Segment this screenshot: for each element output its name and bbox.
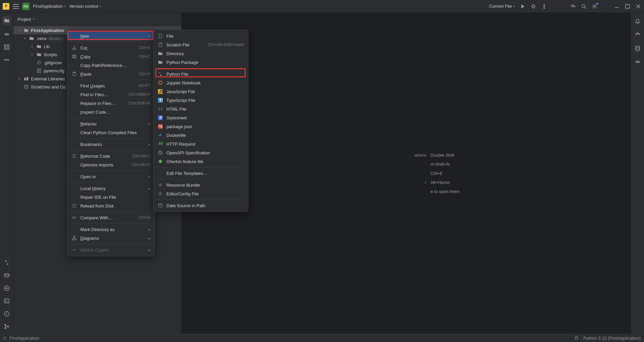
- problems-icon[interactable]: [3, 310, 10, 317]
- ctx-item-copy[interactable]: CopyCtrl+C: [68, 52, 154, 61]
- svg-rect-55: [160, 134, 161, 135]
- ctx-item-refactor[interactable]: Refactor▸: [68, 119, 154, 128]
- main-menu-button[interactable]: [13, 4, 19, 9]
- svg-point-14: [4, 60, 5, 61]
- submenu-item-http-request[interactable]: APIHTTP Request: [154, 140, 248, 148]
- lock-icon[interactable]: [574, 336, 578, 341]
- svg-point-16: [8, 60, 9, 61]
- search-icon[interactable]: [581, 3, 587, 9]
- run-config-dropdown[interactable]: Current File▾: [489, 4, 515, 9]
- submenu-item-gherkin-feature-file[interactable]: Gherkin feature file: [154, 157, 248, 166]
- submenu-item-package-json[interactable]: npmpackage.json: [154, 122, 248, 131]
- ctx-item-new[interactable]: New▸: [68, 32, 154, 40]
- debug-icon[interactable]: [530, 3, 536, 9]
- ctx-item-open-in[interactable]: Open In▸: [68, 172, 154, 181]
- ctx-item-bookmarks[interactable]: Bookmarks▸: [68, 140, 154, 149]
- hint-1-label: where: [353, 153, 427, 158]
- ctx-item-copy-path-reference-[interactable]: Copy Path/Reference…: [68, 61, 154, 70]
- ai-icon[interactable]: [634, 32, 641, 38]
- svg-point-1: [544, 4, 545, 5]
- submenu-item-directory[interactable]: Directory: [154, 49, 248, 58]
- svg-text:TS: TS: [159, 98, 163, 103]
- submenu-item-jupyter-notebook[interactable]: Jupyter Notebook: [154, 78, 248, 87]
- status-interpreter[interactable]: Python 3.12 (FirstApplication): [583, 336, 641, 341]
- vcs-dropdown[interactable]: Version control▾: [69, 4, 101, 9]
- settings-icon[interactable]: [592, 3, 598, 9]
- svg-point-28: [636, 46, 640, 47]
- svg-rect-39: [72, 239, 74, 240]
- submenu-item-python-file[interactable]: Python File: [154, 70, 248, 78]
- submenu-item-javascript-file[interactable]: JSJavaScript File: [154, 87, 248, 96]
- project-tool-icon[interactable]: [2, 16, 11, 25]
- ctx-item-reload-from-disk[interactable]: Reload from Disk: [68, 201, 154, 210]
- tree-root-label: FirstApplication: [31, 28, 64, 33]
- project-dropdown[interactable]: FirstApplication▾: [33, 4, 66, 9]
- copilot-tool-icon[interactable]: [3, 31, 10, 38]
- svg-text:npm: npm: [159, 124, 163, 128]
- notifications-icon[interactable]: [634, 18, 641, 25]
- close-icon[interactable]: [635, 3, 641, 9]
- project-panel-title: Project: [17, 17, 31, 22]
- ctx-item-inspect-code-[interactable]: Inspect Code…: [68, 108, 154, 116]
- submenu-item-resource-bundle[interactable]: Resource Bundle: [154, 181, 248, 189]
- run-icon[interactable]: [520, 3, 526, 9]
- submenu-item-data-source-in-path[interactable]: Data Source in Path: [154, 201, 248, 210]
- submenu-item-editorconfig-file[interactable]: EditorConfig File: [154, 189, 248, 198]
- ctx-item-local-history[interactable]: Local History▸: [68, 184, 154, 193]
- ctx-item-clean-python-compiled-files[interactable]: Clean Python Compiled Files: [68, 128, 154, 137]
- ctx-item-cut[interactable]: CutCtrl+X: [68, 43, 154, 52]
- context-menu: New▸CutCtrl+XCopyCtrl+CCopy Path/Referen…: [67, 30, 155, 256]
- database-icon[interactable]: [634, 45, 641, 52]
- svg-rect-26: [27, 77, 28, 80]
- terminal-icon[interactable]: [3, 298, 10, 304]
- hint-3-kbd: Ctrl+E: [431, 171, 443, 176]
- submenu-item-dockerfile[interactable]: Dockerfile: [154, 131, 248, 140]
- submenu-item-openapi-specification[interactable]: OpenAPI Specification: [154, 148, 248, 157]
- submenu-item-edit-file-templates-[interactable]: Edit File Templates…: [154, 169, 248, 178]
- svg-rect-38: [74, 236, 75, 237]
- svg-point-5: [582, 4, 585, 7]
- submenu-item-stylesheet[interactable]: #Stylesheet: [154, 113, 248, 122]
- ctx-item-repair-ide-on-file[interactable]: Repair IDE on File: [68, 193, 154, 201]
- submenu-item-typescript-file[interactable]: TSTypeScript File: [154, 96, 248, 105]
- ctx-item-find-in-files-[interactable]: Find in Files…Ctrl+Shift+F: [68, 90, 154, 99]
- status-project-name[interactable]: FirstApplication: [9, 336, 39, 341]
- submenu-item-scratch-file[interactable]: Scratch FileCtrl+Alt+Shift+Insert: [154, 40, 248, 49]
- more-icon[interactable]: [541, 3, 547, 9]
- submenu-item-python-package[interactable]: Python Package: [154, 58, 248, 67]
- svg-point-9: [7, 34, 8, 35]
- hint-5: e to open them: [431, 189, 460, 194]
- ctx-item-reformat-code[interactable]: Reformat CodeCtrl+Alt+L: [68, 152, 154, 160]
- submenu-item-file[interactable]: File: [154, 32, 248, 40]
- vcs-icon[interactable]: [3, 323, 10, 330]
- left-tool-rail: [0, 13, 13, 334]
- python-console-icon[interactable]: [3, 259, 10, 266]
- svg-point-3: [544, 7, 545, 8]
- code-with-me-icon[interactable]: [570, 3, 576, 9]
- structure-tool-icon[interactable]: [3, 44, 10, 50]
- svg-point-41: [73, 249, 74, 251]
- services-icon[interactable]: [3, 285, 10, 292]
- ctx-item-paste[interactable]: PasteCtrl+V: [68, 70, 154, 78]
- project-panel-header[interactable]: Project ▾: [13, 13, 181, 26]
- ctx-item-compare-with-[interactable]: Compare With…Ctrl+D: [68, 213, 154, 222]
- svg-point-20: [5, 324, 6, 326]
- svg-point-42: [74, 249, 76, 251]
- app-icon: P: [3, 3, 9, 10]
- ctx-item-optimize-imports[interactable]: Optimize ImportsCtrl+Alt+O: [68, 160, 154, 169]
- maximize-icon[interactable]: [625, 3, 631, 9]
- submenu-item-html-file[interactable]: HTML File: [154, 105, 248, 113]
- svg-point-29: [636, 61, 637, 63]
- tree-scratches-label: Scratches and Co: [31, 84, 66, 89]
- more-tool-icon[interactable]: [3, 56, 10, 63]
- minimize-icon[interactable]: [614, 3, 620, 9]
- python-packages-icon[interactable]: [3, 272, 10, 279]
- ctx-item-find-usages[interactable]: Find UsagesAlt+F7: [68, 81, 154, 90]
- ctx-item-mark-directory-as[interactable]: Mark Directory as▸: [68, 225, 154, 234]
- svg-rect-12: [4, 48, 6, 49]
- ctx-item-replace-in-files-[interactable]: Replace in Files…Ctrl+Shift+R: [68, 99, 154, 108]
- project-badge[interactable]: FA: [22, 3, 30, 10]
- ctx-item-diagrams[interactable]: Diagrams▸: [68, 234, 154, 242]
- copilot-right-icon[interactable]: [634, 59, 641, 65]
- svg-rect-31: [575, 337, 578, 339]
